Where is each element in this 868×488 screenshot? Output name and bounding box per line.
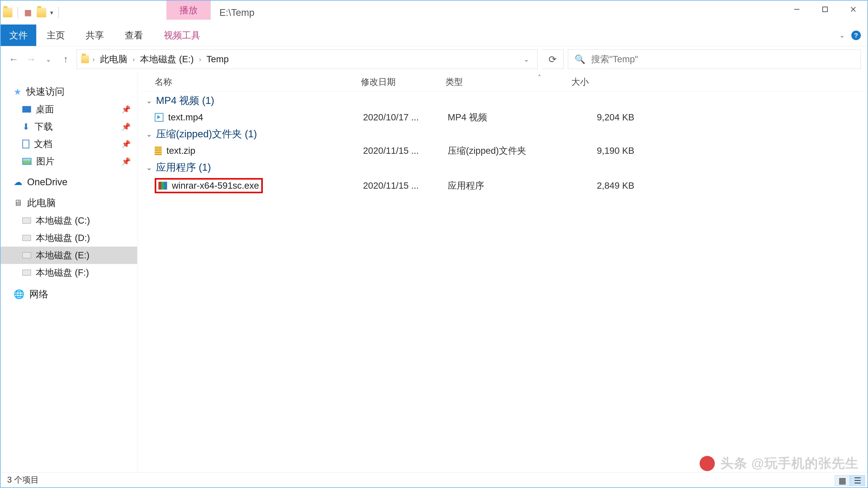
qat-dropdown-icon[interactable]: ▾ [50, 9, 53, 16]
nav-recent-dropdown[interactable]: ⌄ [42, 53, 55, 66]
zip-icon [155, 146, 162, 155]
file-type: 应用程序 [448, 180, 574, 192]
column-size[interactable]: 大小 [571, 76, 637, 88]
column-type[interactable]: 类型˄ [445, 76, 571, 88]
nav-desktop[interactable]: 桌面📌 [1, 101, 137, 118]
search-box[interactable]: 🔍 [568, 50, 861, 69]
watermark-text: 头条 @玩手机的张先生 [720, 455, 859, 472]
nav-label: 文档 [34, 138, 52, 150]
qat-properties-icon[interactable]: ▦ [23, 8, 33, 18]
tab-file[interactable]: 文件 [1, 25, 36, 46]
file-row[interactable]: text.mp42020/10/17 ...MP4 视频9,204 KB [137, 109, 867, 125]
separator [58, 7, 59, 18]
tab-video-tools[interactable]: 视频工具 [153, 25, 211, 46]
chevron-right-icon[interactable]: › [131, 55, 136, 63]
navigation-pane: ★快速访问 桌面📌 ⬇下载📌 文档📌 图片📌 ☁OneDrive 🖥此电脑 本地… [1, 72, 137, 472]
video-icon [155, 113, 163, 122]
file-row[interactable]: text.zip2020/11/15 ...压缩(zipped)文件夹9,190… [137, 143, 867, 159]
watermark: 头条 @玩手机的张先生 [700, 455, 859, 472]
group-header[interactable]: ⌄应用程序 (1) [137, 159, 867, 176]
qat-folder-icon[interactable] [37, 8, 46, 18]
file-date: 2020/10/17 ... [363, 112, 448, 123]
nav-this-pc[interactable]: 🖥此电脑 [1, 194, 137, 212]
watermark-logo-icon [700, 456, 715, 471]
search-input[interactable] [591, 54, 854, 64]
folder-icon [3, 8, 12, 18]
breadcrumb-this-pc[interactable]: 此电脑 [98, 53, 129, 65]
search-icon: 🔍 [575, 54, 586, 64]
address-bar-row: ← → ⌄ ↑ › 此电脑 › 本地磁盘 (E:) › Temp ⌄ ⟳ 🔍 [1, 46, 867, 72]
nav-drive-f[interactable]: 本地磁盘 (F:) [1, 264, 137, 281]
view-thumbnails-button[interactable]: ▦ [835, 475, 850, 486]
file-name: text.zip [166, 145, 195, 156]
chevron-right-icon[interactable]: › [198, 55, 203, 63]
nav-label: 本地磁盘 (F:) [36, 266, 89, 279]
column-date[interactable]: 修改日期 [361, 76, 445, 88]
separator [18, 7, 18, 18]
file-list: 名称 修改日期 类型˄ 大小 ⌄MP4 视频 (1)text.mp42020/1… [137, 72, 867, 472]
nav-label: 网络 [29, 288, 49, 301]
nav-label: 此电脑 [27, 196, 56, 209]
chevron-down-icon: ⌄ [146, 96, 152, 105]
tab-share[interactable]: 共享 [75, 25, 114, 46]
maximize-button[interactable] [811, 1, 839, 18]
group-header[interactable]: ⌄MP4 视频 (1) [137, 92, 867, 109]
refresh-button[interactable]: ⟳ [542, 50, 563, 69]
breadcrumb-drive[interactable]: 本地磁盘 (E:) [138, 53, 195, 65]
nav-forward-button[interactable]: → [25, 53, 37, 66]
nav-pictures[interactable]: 图片📌 [1, 153, 137, 170]
address-bar[interactable]: › 此电脑 › 本地磁盘 (E:) › Temp ⌄ [76, 50, 537, 69]
file-date: 2020/11/15 ... [363, 181, 448, 191]
nav-onedrive[interactable]: ☁OneDrive [1, 174, 137, 190]
ribbon-tabs: 文件 主页 共享 查看 视频工具 ⌄ ? [1, 25, 867, 46]
group-header[interactable]: ⌄压缩(zipped)文件夹 (1) [137, 125, 867, 143]
help-icon[interactable]: ? [851, 31, 861, 40]
file-name: text.mp4 [168, 112, 203, 123]
nav-label: 图片 [36, 155, 55, 167]
nav-drive-c[interactable]: 本地磁盘 (C:) [1, 212, 137, 229]
breadcrumb-folder[interactable]: Temp [205, 54, 230, 64]
tab-view[interactable]: 查看 [114, 25, 153, 46]
group-label: MP4 视频 (1) [156, 94, 214, 107]
file-size: 9,190 KB [574, 145, 639, 156]
nav-drive-d[interactable]: 本地磁盘 (D:) [1, 229, 137, 247]
title-bar: ▦ ▾ 播放 E:\Temp [1, 1, 867, 25]
exe-icon [158, 182, 167, 190]
ribbon-collapse-icon[interactable]: ⌄ [839, 31, 845, 39]
window-title-path: E:\Temp [219, 7, 254, 18]
nav-label: 桌面 [36, 103, 54, 116]
view-details-button[interactable]: ☰ [850, 475, 865, 486]
file-row[interactable]: winrar-x64-591sc.exe2020/11/15 ...应用程序2,… [137, 176, 867, 195]
chevron-down-icon: ⌄ [146, 163, 152, 172]
contextual-tab-play[interactable]: 播放 [166, 1, 211, 20]
nav-network[interactable]: 🌐网络 [1, 285, 137, 303]
pin-icon: 📌 [122, 157, 131, 166]
minimize-button[interactable] [783, 1, 811, 18]
column-name[interactable]: 名称 [137, 76, 361, 88]
close-button[interactable] [839, 1, 867, 18]
status-bar: 3 个项目 ▦ ☰ [1, 472, 867, 487]
nav-drive-e[interactable]: 本地磁盘 (E:) [1, 247, 137, 264]
file-size: 9,204 KB [574, 112, 639, 123]
nav-label: 快速访问 [26, 85, 64, 98]
nav-label: 本地磁盘 (C:) [36, 215, 90, 227]
file-name: winrar-x64-591sc.exe [172, 181, 259, 191]
nav-up-button[interactable]: ↑ [59, 53, 72, 66]
chevron-right-icon[interactable]: › [91, 55, 96, 63]
address-history-dropdown[interactable]: ⌄ [520, 56, 533, 63]
file-type: MP4 视频 [448, 111, 574, 123]
sort-ascending-icon: ˄ [538, 74, 541, 81]
nav-documents[interactable]: 文档📌 [1, 135, 137, 153]
column-label: 类型 [445, 77, 463, 87]
nav-back-button[interactable]: ← [7, 53, 20, 66]
group-label: 压缩(zipped)文件夹 (1) [156, 127, 257, 141]
nav-quick-access[interactable]: ★快速访问 [1, 83, 137, 101]
nav-downloads[interactable]: ⬇下载📌 [1, 118, 137, 135]
status-item-count: 3 个项目 [7, 474, 39, 485]
nav-label: 下载 [34, 121, 53, 133]
file-date: 2020/11/15 ... [363, 145, 448, 156]
file-type: 压缩(zipped)文件夹 [448, 145, 574, 157]
nav-label: OneDrive [27, 176, 67, 187]
tab-home[interactable]: 主页 [36, 25, 75, 46]
chevron-down-icon: ⌄ [146, 130, 152, 138]
